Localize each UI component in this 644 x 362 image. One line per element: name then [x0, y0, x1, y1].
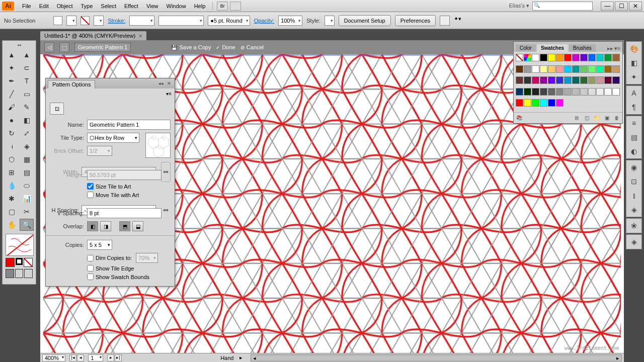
pattern-tile-tool[interactable]: ⊡: [50, 103, 64, 115]
swatch-cell[interactable]: [516, 76, 523, 84]
menu-help[interactable]: Help: [190, 2, 210, 11]
draw-normal[interactable]: [6, 269, 14, 278]
next-artboard[interactable]: ▸: [107, 354, 114, 361]
swatch-cell[interactable]: [572, 76, 580, 84]
swatch-cell[interactable]: [588, 65, 596, 73]
swatch-cell[interactable]: [532, 76, 539, 84]
link-spacing-icon[interactable]: ⚯: [161, 200, 171, 220]
help-search[interactable]: 🔍: [532, 2, 593, 11]
copies-combo[interactable]: 5 x 5: [87, 240, 112, 250]
user-menu[interactable]: Elias's ▾: [509, 3, 529, 9]
pattern-back-button[interactable]: ◁: [44, 42, 54, 52]
swatch-cell[interactable]: [612, 65, 620, 73]
preferences-button[interactable]: Preferences: [395, 15, 436, 26]
swatch-cell[interactable]: [596, 54, 604, 61]
stroke-weight[interactable]: [129, 16, 154, 26]
artboard-number[interactable]: 1: [88, 354, 103, 361]
transform-panel-icon[interactable]: ◈: [629, 205, 639, 215]
swatch-cell[interactable]: [604, 76, 612, 84]
swatch-libraries-icon[interactable]: 📚: [516, 115, 523, 122]
swatch-cell[interactable]: [516, 88, 523, 96]
swatch-cell[interactable]: [580, 76, 588, 84]
delete-swatch-icon[interactable]: 🗑: [613, 115, 620, 122]
swatch-cell[interactable]: [516, 99, 523, 107]
bridge-icon[interactable]: Br: [217, 2, 228, 11]
free-transform-tool[interactable]: ◈: [20, 140, 34, 152]
swatch-cell[interactable]: [572, 54, 580, 61]
overlap-top[interactable]: ⬒: [119, 221, 130, 231]
link-dimensions-icon[interactable]: ⚯: [161, 162, 171, 182]
draw-behind[interactable]: [15, 269, 24, 278]
artboard-tool[interactable]: ▢: [5, 206, 19, 218]
brush-def[interactable]: ● 5 pt. Round: [208, 16, 250, 26]
swatch-none[interactable]: [516, 54, 523, 61]
tiletype-combo[interactable]: ⬡ Hex by Row: [87, 133, 139, 143]
slice-tool[interactable]: ✂: [20, 206, 34, 218]
swatch-cell[interactable]: [596, 76, 604, 84]
brushes-tab[interactable]: Brushes: [569, 44, 596, 52]
none-color[interactable]: [24, 258, 33, 267]
swatch-cell[interactable]: [548, 99, 555, 107]
swatch-cell[interactable]: [532, 88, 539, 96]
swatch-cell[interactable]: [564, 54, 572, 61]
menu-file[interactable]: File: [18, 2, 35, 11]
swatch-cell[interactable]: [548, 54, 555, 61]
fill-swatch[interactable]: [53, 16, 62, 25]
stroke-color[interactable]: [16, 258, 23, 265]
swatch-cell[interactable]: [548, 88, 555, 96]
swatch-cell[interactable]: [572, 65, 580, 73]
swatch-cell[interactable]: [580, 88, 588, 96]
pattern-options-tab[interactable]: Pattern Options: [48, 80, 95, 88]
show-tile-edge-checkbox[interactable]: [87, 265, 94, 272]
width-tool[interactable]: ⫞: [5, 140, 19, 152]
swatch-cell[interactable]: [556, 76, 564, 84]
color-panel-icon[interactable]: 🎨: [629, 44, 639, 54]
swatch-cell[interactable]: [604, 65, 612, 73]
hand-tool[interactable]: ✋: [5, 219, 19, 231]
pencil-tool[interactable]: ✎: [20, 101, 34, 113]
swatch-options-icon[interactable]: ◫: [583, 115, 590, 122]
blend-tool[interactable]: ⬭: [20, 179, 34, 192]
cancel-button[interactable]: ⊘Cancel: [240, 44, 264, 50]
line-tool[interactable]: ╱: [5, 88, 19, 100]
selection-tool[interactable]: ▲: [5, 49, 19, 61]
panel-close-icon[interactable]: ✕: [166, 81, 173, 86]
scale-tool[interactable]: ⤢: [20, 127, 34, 139]
paragraph-panel-icon[interactable]: ¶: [629, 102, 639, 112]
swatch-cell[interactable]: [540, 65, 547, 73]
panel-menu2-icon[interactable]: ▾≡: [614, 45, 620, 52]
overlap-bottom[interactable]: ⬓: [132, 221, 143, 231]
menu-edit[interactable]: Edit: [35, 2, 53, 11]
stroke-panel-icon[interactable]: ≡: [629, 118, 639, 128]
transparency-panel-icon[interactable]: ◐: [629, 146, 639, 156]
menu-view[interactable]: View: [142, 2, 163, 11]
first-artboard[interactable]: |◂: [69, 354, 76, 361]
stroke-swatch[interactable]: [80, 16, 90, 25]
minimize-button[interactable]: —: [601, 2, 614, 11]
lasso-tool[interactable]: ⊂: [20, 62, 34, 74]
opacity-link[interactable]: Opacity:: [254, 18, 274, 24]
color-guide-icon[interactable]: ◧: [629, 58, 639, 68]
swatch-cell[interactable]: [516, 65, 523, 73]
swatch-cell[interactable]: [524, 99, 531, 107]
stroke-link[interactable]: Stroke:: [108, 18, 125, 24]
pen-tool[interactable]: ✒: [5, 75, 19, 87]
symbol-sprayer-tool[interactable]: ✱: [5, 193, 19, 205]
rectangle-tool[interactable]: ▭: [20, 88, 34, 100]
swatch-cell[interactable]: [564, 65, 572, 73]
swatch-cell[interactable]: [564, 76, 572, 84]
swatch-kind-icon[interactable]: ⊞: [573, 115, 580, 122]
swatch-cell[interactable]: [556, 88, 564, 96]
swatch-cell[interactable]: [532, 99, 539, 107]
stroke-combo[interactable]: [94, 16, 104, 26]
direct-selection-tool[interactable]: ▲: [20, 49, 34, 61]
swatch-cell[interactable]: [612, 88, 620, 96]
graphic-styles-icon[interactable]: ⊡: [629, 176, 639, 187]
name-input[interactable]: [87, 120, 171, 130]
menu-effect[interactable]: Effect: [120, 2, 142, 11]
swatch-cell[interactable]: [588, 54, 596, 61]
swatch-cell[interactable]: [588, 88, 596, 96]
swatch-cell[interactable]: [588, 76, 596, 84]
new-swatch-icon[interactable]: ▣: [603, 115, 610, 122]
document-tab[interactable]: Untitled-1* @ 400% (CMYK/Preview)✕: [40, 31, 146, 40]
